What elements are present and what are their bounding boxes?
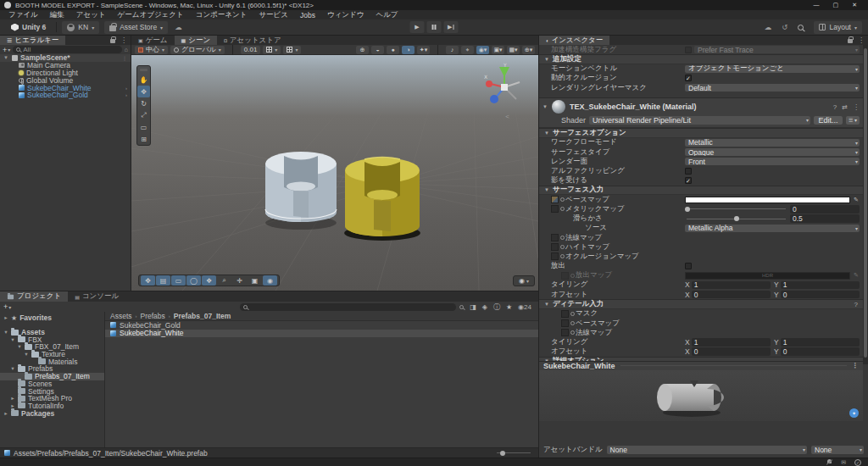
surface-options-header[interactable]: ▼ サーフェスオプション	[539, 128, 863, 138]
chair-models[interactable]	[240, 121, 443, 257]
scene-visibility-icon[interactable]: ◉▾	[476, 46, 489, 54]
menu-services[interactable]: サービス	[253, 10, 294, 20]
emission-checkbox[interactable]	[685, 263, 692, 269]
preview-header[interactable]: SukebeChair_White ⋮	[539, 361, 863, 370]
minimize-button[interactable]: —	[814, 2, 820, 8]
lock-icon[interactable]	[848, 39, 853, 43]
scene-effects-icon[interactable]: ●	[387, 46, 399, 54]
render-doc-icon[interactable]: ⊕	[356, 46, 369, 54]
offset-x-field[interactable]: 0	[692, 291, 771, 299]
overlay-transform-icon[interactable]: ▤	[156, 275, 170, 286]
detail-tiling-x-field[interactable]: 1	[692, 338, 771, 347]
material-preview[interactable]: ✦	[539, 370, 863, 421]
search-icon[interactable]	[798, 25, 804, 31]
menu-gameobject[interactable]: ゲームオブジェクト	[112, 10, 190, 20]
audio-mute-icon[interactable]: ♪	[446, 46, 459, 54]
file-sukebechair-gold[interactable]: SukebeChair_Gold	[105, 321, 538, 330]
detail-normal-map-slot[interactable]	[561, 329, 569, 336]
hidden-count[interactable]: ◉24	[518, 303, 531, 311]
scene-menu-icon[interactable]: ⋮	[122, 55, 131, 61]
detail-offset-y-field[interactable]: 0	[781, 347, 860, 356]
grid-size-field[interactable]: 0.01	[241, 46, 261, 54]
overlay-move-icon[interactable]: ✥	[141, 275, 155, 286]
tab-console[interactable]: ▤コンソール	[68, 291, 125, 302]
overlay-compass-icon[interactable]: ◉	[263, 275, 277, 286]
receive-shadows-checkbox[interactable]: ✓	[685, 177, 692, 184]
grid-visibility-dropdown-icon[interactable]: ▦▾	[507, 46, 520, 54]
tree-packages[interactable]: ►Packages	[0, 409, 104, 417]
rendering-layer-mask-dropdown[interactable]: Default	[685, 84, 860, 92]
console-message-icon[interactable]: ✉	[841, 459, 846, 466]
occlusion-map-slot[interactable]	[551, 252, 559, 260]
detail-inputs-header[interactable]: ▼ ディテール入力 ?	[539, 299, 863, 309]
help-icon[interactable]: ?	[833, 103, 837, 111]
normal-map-slot[interactable]	[551, 234, 559, 241]
height-map-slot[interactable]	[551, 243, 559, 251]
preview-drag-handle[interactable]	[620, 365, 847, 366]
material-header[interactable]: ▼ TEX_SukebeChair_White (Material) ? ⇄ ⋮…	[539, 97, 863, 128]
asset-bundle-variant-dropdown[interactable]: None	[811, 446, 864, 454]
shader-dropdown[interactable]: Universal Render Pipeline/Lit	[589, 116, 810, 125]
rect-tool[interactable]: ▭	[137, 121, 150, 133]
additional-settings-header[interactable]: ▼ 追加設定	[539, 54, 863, 64]
camera-view-dropdown-icon[interactable]: ▣▾	[492, 46, 504, 54]
camera-settings-icon[interactable]: ⌖	[461, 46, 474, 54]
scale-tool[interactable]: ⤢	[137, 109, 150, 121]
project-add-button[interactable]: +▾	[3, 302, 11, 311]
snap-increment-dropdown[interactable]: ▾	[283, 46, 301, 54]
tab-inspector[interactable]: ◐インスペクター	[539, 36, 609, 45]
tree-prefabs-07-item[interactable]: Prefabs_07_Item	[0, 373, 104, 380]
light-settings-dropdown-icon[interactable]: ✦▾	[417, 46, 430, 54]
tree-assets[interactable]: ▼Assets	[0, 329, 104, 336]
play-button[interactable]: ▶	[410, 21, 425, 33]
tab-project[interactable]: プロジェクト	[0, 291, 68, 302]
orientation-gizmo[interactable]: Y X	[482, 62, 526, 113]
move-tool[interactable]: ✥	[137, 86, 150, 97]
prefab-open-icon[interactable]: ›	[125, 92, 131, 97]
detail-tiling-y-field[interactable]: 1	[781, 338, 860, 347]
preview-material-ball-icon[interactable]: ✦	[849, 408, 859, 418]
background-tasks-icon[interactable]: ✓	[854, 459, 861, 466]
hierarchy-item-sukebechair-gold[interactable]: SukebeChair_Gold ›	[0, 92, 131, 99]
grid-snap-dropdown[interactable]: ▾	[263, 46, 281, 54]
undo-history-icon[interactable]: ↺	[782, 23, 787, 31]
tiling-y-field[interactable]: 1	[781, 281, 860, 290]
tab-asset-store[interactable]: ◘アセットストア	[217, 36, 288, 45]
hierarchy-menu-icon[interactable]: ⋮	[120, 36, 127, 44]
scene-viewport[interactable]: ✋ ✥ ↻ ⤢ ▭ ⊞ Y X <	[131, 55, 538, 291]
scene-lighting-icon[interactable]: ◒	[371, 46, 384, 54]
inspector-menu-icon[interactable]: ⋮	[858, 36, 865, 44]
asset-store-dropdown[interactable]: Asset Store ▾	[104, 21, 168, 34]
overlay-search-icon[interactable]: ⌕	[217, 275, 231, 286]
tab-game[interactable]: ▣ゲーム	[131, 36, 175, 45]
color-picker-icon[interactable]: ✎	[853, 197, 860, 203]
metallic-slider[interactable]	[685, 205, 787, 213]
smoothness-slider[interactable]	[685, 215, 787, 223]
breadcrumb-current[interactable]: Prefabs_07_Item	[174, 312, 231, 320]
material-menu-icon[interactable]: ⋮	[853, 103, 860, 111]
project-search-input[interactable]	[240, 303, 456, 311]
workflow-dropdown[interactable]: Metallic	[685, 139, 860, 147]
breadcrumb-assets[interactable]: Assets	[110, 312, 132, 320]
preview-menu-icon[interactable]: ⋮	[852, 362, 859, 369]
source-dropdown[interactable]: Metallic Alpha	[685, 225, 860, 233]
package-visibility-icon[interactable]: ◨	[470, 303, 476, 311]
overlay-pivot-icon[interactable]: ✛	[232, 275, 247, 286]
offset-y-field[interactable]: 0	[781, 291, 860, 299]
pivot-dropdown[interactable]: 中心▾	[135, 46, 168, 54]
transform-tool[interactable]: ⊞	[137, 133, 150, 145]
info-icon[interactable]: ⓘ	[493, 302, 500, 312]
cloud-sync-icon[interactable]: ☁	[175, 23, 182, 31]
detail-mask-slot[interactable]	[561, 310, 569, 318]
label-icon[interactable]: ◈	[482, 303, 487, 311]
rotate-tool[interactable]: ↻	[137, 97, 150, 109]
motion-vectors-dropdown[interactable]: オブジェクトモーションごと	[685, 65, 860, 74]
shader-edit-button[interactable]: Edit...	[814, 116, 843, 125]
hand-tool[interactable]: ✋	[137, 74, 150, 86]
breadcrumb-prefabs[interactable]: Prefabs	[141, 312, 165, 320]
hierarchy-filter-icon[interactable]: ⌂	[125, 47, 128, 53]
base-color-swatch[interactable]	[685, 197, 850, 204]
layout-dropdown[interactable]: Layout ▾	[814, 21, 862, 34]
lock-icon[interactable]	[110, 39, 115, 43]
hierarchy-add-button[interactable]: +▾	[3, 46, 10, 54]
